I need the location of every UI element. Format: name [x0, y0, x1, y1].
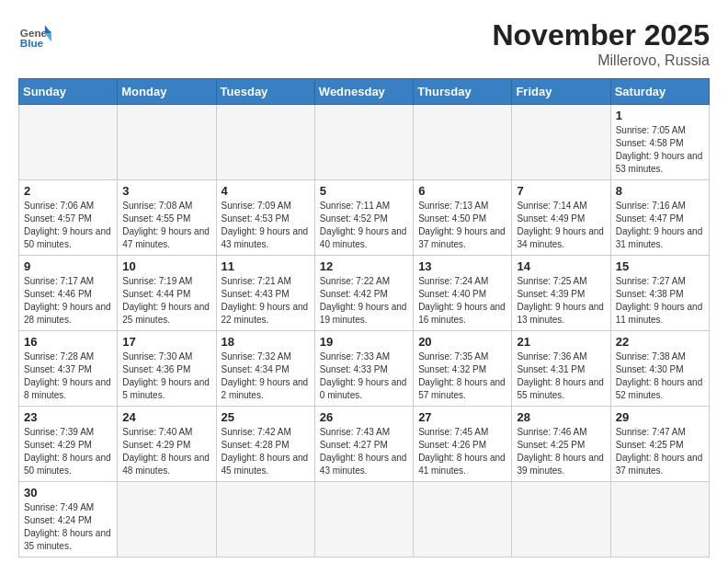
day-number: 12	[320, 259, 408, 273]
day-number: 3	[122, 184, 210, 198]
day-number: 25	[222, 410, 310, 424]
calendar-cell: 5Sunrise: 7:11 AM Sunset: 4:52 PM Daylig…	[314, 180, 413, 256]
calendar-week-row: 30Sunrise: 7:49 AM Sunset: 4:24 PM Dayli…	[19, 482, 710, 557]
calendar-week-row: 16Sunrise: 7:28 AM Sunset: 4:37 PM Dayli…	[19, 331, 710, 407]
day-info: Sunrise: 7:14 AM Sunset: 4:49 PM Dayligh…	[517, 200, 605, 251]
calendar-cell	[512, 482, 610, 557]
calendar-cell	[216, 105, 314, 180]
calendar-cell: 28Sunrise: 7:46 AM Sunset: 4:25 PM Dayli…	[512, 407, 610, 482]
day-number: 16	[24, 335, 112, 349]
title-block: November 2025 Millerovo, Russia	[492, 18, 710, 69]
calendar-cell: 4Sunrise: 7:09 AM Sunset: 4:53 PM Daylig…	[216, 180, 314, 256]
calendar-cell: 30Sunrise: 7:49 AM Sunset: 4:24 PM Dayli…	[19, 482, 118, 557]
calendar-cell	[216, 482, 314, 557]
day-info: Sunrise: 7:47 AM Sunset: 4:25 PM Dayligh…	[616, 426, 704, 477]
calendar-cell: 23Sunrise: 7:39 AM Sunset: 4:29 PM Dayli…	[19, 407, 118, 482]
day-number: 17	[122, 335, 210, 349]
calendar-cell	[118, 482, 216, 557]
day-number: 5	[320, 184, 408, 198]
calendar-cell: 13Sunrise: 7:24 AM Sunset: 4:40 PM Dayli…	[414, 256, 512, 331]
day-info: Sunrise: 7:19 AM Sunset: 4:44 PM Dayligh…	[122, 275, 210, 327]
calendar-cell: 16Sunrise: 7:28 AM Sunset: 4:37 PM Dayli…	[19, 331, 118, 407]
day-info: Sunrise: 7:21 AM Sunset: 4:43 PM Dayligh…	[222, 275, 310, 327]
calendar-cell: 27Sunrise: 7:45 AM Sunset: 4:26 PM Dayli…	[414, 407, 512, 482]
calendar-cell: 18Sunrise: 7:32 AM Sunset: 4:34 PM Dayli…	[216, 331, 314, 407]
weekday-header-friday: Friday	[512, 79, 610, 105]
day-number: 10	[122, 259, 210, 273]
page-header: General Blue November 2025 Millerovo, Ru…	[18, 18, 710, 69]
day-number: 24	[122, 410, 210, 424]
day-info: Sunrise: 7:27 AM Sunset: 4:38 PM Dayligh…	[616, 275, 704, 327]
calendar-table: SundayMondayTuesdayWednesdayThursdayFrid…	[18, 78, 710, 557]
day-info: Sunrise: 7:13 AM Sunset: 4:50 PM Dayligh…	[418, 200, 506, 251]
calendar-cell	[118, 105, 216, 180]
calendar-cell: 24Sunrise: 7:40 AM Sunset: 4:29 PM Dayli…	[118, 407, 216, 482]
calendar-cell: 12Sunrise: 7:22 AM Sunset: 4:42 PM Dayli…	[314, 256, 413, 331]
day-info: Sunrise: 7:09 AM Sunset: 4:53 PM Dayligh…	[222, 200, 310, 251]
day-number: 18	[222, 335, 310, 349]
day-info: Sunrise: 7:40 AM Sunset: 4:29 PM Dayligh…	[122, 426, 210, 477]
calendar-cell	[414, 482, 512, 557]
calendar-cell: 17Sunrise: 7:30 AM Sunset: 4:36 PM Dayli…	[118, 331, 216, 407]
day-info: Sunrise: 7:22 AM Sunset: 4:42 PM Dayligh…	[320, 275, 408, 327]
weekday-header-tuesday: Tuesday	[216, 79, 314, 105]
calendar-cell: 19Sunrise: 7:33 AM Sunset: 4:33 PM Dayli…	[314, 331, 413, 407]
calendar-cell: 15Sunrise: 7:27 AM Sunset: 4:38 PM Dayli…	[610, 256, 709, 331]
day-info: Sunrise: 7:16 AM Sunset: 4:47 PM Dayligh…	[616, 200, 704, 251]
calendar-week-row: 9Sunrise: 7:17 AM Sunset: 4:46 PM Daylig…	[19, 256, 710, 331]
calendar-week-row: 23Sunrise: 7:39 AM Sunset: 4:29 PM Dayli…	[19, 407, 710, 482]
day-info: Sunrise: 7:28 AM Sunset: 4:37 PM Dayligh…	[24, 350, 112, 402]
day-number: 6	[418, 184, 506, 198]
calendar-cell: 8Sunrise: 7:16 AM Sunset: 4:47 PM Daylig…	[610, 180, 709, 256]
day-info: Sunrise: 7:05 AM Sunset: 4:58 PM Dayligh…	[616, 124, 704, 176]
day-info: Sunrise: 7:49 AM Sunset: 4:24 PM Dayligh…	[24, 501, 112, 553]
day-number: 23	[24, 410, 112, 424]
calendar-cell	[314, 482, 413, 557]
calendar-cell: 14Sunrise: 7:25 AM Sunset: 4:39 PM Dayli…	[512, 256, 610, 331]
day-info: Sunrise: 7:45 AM Sunset: 4:26 PM Dayligh…	[418, 426, 506, 477]
calendar-cell: 22Sunrise: 7:38 AM Sunset: 4:30 PM Dayli…	[610, 331, 709, 407]
weekday-header-row: SundayMondayTuesdayWednesdayThursdayFrid…	[19, 79, 710, 105]
day-info: Sunrise: 7:38 AM Sunset: 4:30 PM Dayligh…	[616, 350, 704, 402]
day-info: Sunrise: 7:36 AM Sunset: 4:31 PM Dayligh…	[517, 350, 605, 402]
day-number: 7	[517, 184, 605, 198]
day-number: 4	[222, 184, 310, 198]
day-number: 27	[418, 410, 506, 424]
day-info: Sunrise: 7:30 AM Sunset: 4:36 PM Dayligh…	[122, 350, 210, 402]
calendar-cell	[314, 105, 413, 180]
calendar-cell: 25Sunrise: 7:42 AM Sunset: 4:28 PM Dayli…	[216, 407, 314, 482]
day-number: 2	[24, 184, 112, 198]
calendar-cell: 11Sunrise: 7:21 AM Sunset: 4:43 PM Dayli…	[216, 256, 314, 331]
day-info: Sunrise: 7:08 AM Sunset: 4:55 PM Dayligh…	[122, 200, 210, 251]
day-number: 22	[616, 335, 704, 349]
day-number: 11	[222, 259, 310, 273]
day-number: 15	[616, 259, 704, 273]
calendar-cell	[414, 105, 512, 180]
day-info: Sunrise: 7:33 AM Sunset: 4:33 PM Dayligh…	[320, 350, 408, 402]
calendar-cell	[512, 105, 610, 180]
day-info: Sunrise: 7:35 AM Sunset: 4:32 PM Dayligh…	[418, 350, 506, 402]
day-info: Sunrise: 7:25 AM Sunset: 4:39 PM Dayligh…	[517, 275, 605, 327]
location-subtitle: Millerovo, Russia	[492, 52, 710, 69]
weekday-header-saturday: Saturday	[610, 79, 709, 105]
calendar-cell: 20Sunrise: 7:35 AM Sunset: 4:32 PM Dayli…	[414, 331, 512, 407]
day-info: Sunrise: 7:46 AM Sunset: 4:25 PM Dayligh…	[517, 426, 605, 477]
day-number: 13	[418, 259, 506, 273]
day-number: 20	[418, 335, 506, 349]
day-number: 19	[320, 335, 408, 349]
weekday-header-thursday: Thursday	[414, 79, 512, 105]
day-info: Sunrise: 7:43 AM Sunset: 4:27 PM Dayligh…	[320, 426, 408, 477]
day-info: Sunrise: 7:42 AM Sunset: 4:28 PM Dayligh…	[222, 426, 310, 477]
calendar-week-row: 2Sunrise: 7:06 AM Sunset: 4:57 PM Daylig…	[19, 180, 710, 256]
calendar-cell: 7Sunrise: 7:14 AM Sunset: 4:49 PM Daylig…	[512, 180, 610, 256]
day-info: Sunrise: 7:06 AM Sunset: 4:57 PM Dayligh…	[24, 200, 112, 251]
calendar-cell: 3Sunrise: 7:08 AM Sunset: 4:55 PM Daylig…	[118, 180, 216, 256]
calendar-cell	[19, 105, 118, 180]
calendar-cell: 1Sunrise: 7:05 AM Sunset: 4:58 PM Daylig…	[610, 105, 709, 180]
day-info: Sunrise: 7:32 AM Sunset: 4:34 PM Dayligh…	[222, 350, 310, 402]
day-number: 9	[24, 259, 112, 273]
day-info: Sunrise: 7:11 AM Sunset: 4:52 PM Dayligh…	[320, 200, 408, 251]
day-number: 26	[320, 410, 408, 424]
calendar-week-row: 1Sunrise: 7:05 AM Sunset: 4:58 PM Daylig…	[19, 105, 710, 180]
day-number: 14	[517, 259, 605, 273]
